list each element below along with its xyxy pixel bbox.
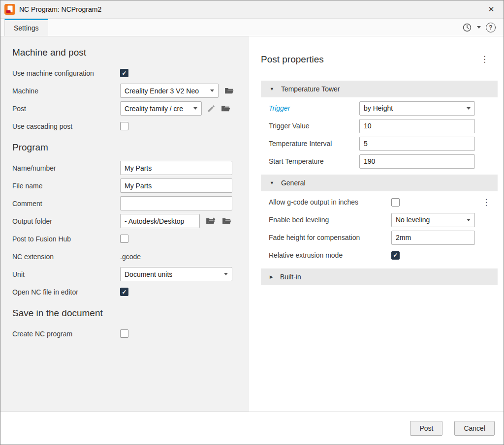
trigger-row: Trigger by Height [261,101,498,116]
trigger-label: Trigger [269,104,359,112]
temperature-interval-input[interactable] [359,137,475,151]
open-nc-file-label: Open NC file in editor [12,288,120,296]
post-process-app-icon [4,4,15,15]
chevron-down-icon [224,273,228,275]
chevron-down-icon [210,89,214,92]
chevron-down-icon[interactable] [477,26,481,29]
check-icon: ✓ [393,252,398,258]
history-clock-icon[interactable] [462,23,472,32]
relative-extrusion-label: Relative extrusion mode [269,251,391,259]
machine-row: Machine Creality Ender 3 V2 Neo [12,84,244,98]
use-cascading-post-label: Use cascading post [12,122,120,130]
left-pane: Machine and post Use machine configurati… [0,36,249,412]
machine-select-value: Creality Ender 3 V2 Neo [125,87,199,95]
name-number-label: Name/number [12,164,120,172]
title-bar: NC Program: NCProgram2 ✕ [0,0,504,19]
help-icon[interactable]: ? [486,23,496,32]
bed-leveling-row: Enable bed leveling No leveling [261,213,498,227]
relative-extrusion-checkbox[interactable]: ✓ [391,251,400,260]
post-row: Post Creality family / cre [12,101,244,116]
post-properties-heading: Post properties [261,54,324,65]
temperature-tower-rows: Trigger by Height Trigger Value Temperat… [261,101,498,169]
comment-input[interactable] [120,196,232,210]
machine-folder-open-icon[interactable] [224,87,234,94]
chevron-down-icon [467,219,471,221]
nc-program-dialog: NC Program: NCProgram2 ✕ Settings ? Mach… [0,0,504,445]
post-label: Post [12,105,120,113]
start-temperature-label: Start Temperature [269,157,359,165]
trigger-value-label: Trigger Value [269,122,359,130]
program-heading: Program [12,142,244,153]
post-to-fusion-hub-label: Post to Fusion Hub [12,235,120,243]
output-folder-label: Output folder [12,217,120,225]
machine-label: Machine [12,87,120,95]
trigger-select[interactable]: by Height [359,101,475,116]
cancel-button[interactable]: Cancel [454,421,495,436]
nc-extension-label: NC extension [12,253,120,261]
use-machine-configuration-checkbox[interactable]: ✓ [120,69,128,77]
bed-leveling-select[interactable]: No leveling [391,213,475,227]
inches-row: Allow g-code output in inches ✓ ⋮ [261,195,498,209]
fade-height-row: Fade height for compensation [261,231,498,245]
save-in-document-heading: Save in the document [12,308,244,319]
browse-folder-icon[interactable] [222,217,231,225]
close-icon[interactable]: ✕ [484,2,499,17]
check-icon: ✓ [122,70,126,76]
start-temperature-row: Start Temperature [261,154,498,169]
create-nc-program-row: Create NC program ✓ [12,326,244,341]
tab-bar: Settings ? [0,19,504,36]
post-to-fusion-hub-checkbox[interactable]: ✓ [120,235,128,243]
post-button[interactable]: Post [410,421,442,436]
tab-actions: ? [462,19,504,36]
comment-row: Comment [12,196,244,210]
post-select[interactable]: Creality family / cre [120,101,202,116]
inches-kebab-menu-icon[interactable]: ⋮ [480,198,493,207]
post-select-value: Creality family / cre [125,105,183,113]
tab-settings[interactable]: Settings [4,19,48,36]
trigger-value-row: Trigger Value [261,119,498,133]
fade-height-input[interactable] [391,231,475,245]
nc-extension-row: NC extension .gcode [12,249,244,264]
triangle-expanded-icon: ▼ [270,180,274,185]
trigger-value-input[interactable] [359,119,475,133]
section-built-in[interactable]: ▶ Built-in [261,268,498,285]
create-nc-program-checkbox[interactable]: ✓ [120,329,128,338]
general-title: General [281,179,306,187]
section-general[interactable]: ▼ General [261,175,498,191]
inches-checkbox[interactable]: ✓ [391,198,400,207]
unit-select[interactable]: Document units [120,267,232,281]
output-folder-row: Output folder [12,214,244,228]
use-cascading-post-row: Use cascading post ✓ [12,119,244,133]
file-name-label: File name [12,182,120,190]
chevron-down-icon [193,107,197,110]
unit-select-value: Document units [125,270,172,278]
output-folder-input[interactable] [120,214,200,228]
post-properties-kebab-menu-icon[interactable]: ⋮ [478,55,491,63]
inches-label: Allow g-code output in inches [269,198,391,206]
machine-and-post-heading: Machine and post [12,47,244,58]
unit-row: Unit Document units [12,267,244,281]
chevron-down-icon [467,107,471,110]
edit-post-pencil-icon[interactable] [208,105,215,112]
trigger-select-value: by Height [364,104,393,112]
unit-label: Unit [12,270,120,278]
open-nc-file-row: Open NC file in editor ✓ [12,285,244,299]
name-number-row: Name/number [12,161,244,175]
post-folder-open-icon[interactable] [221,105,230,112]
dialog-footer: Post Cancel [0,412,504,445]
name-number-input[interactable] [120,161,232,175]
machine-select[interactable]: Creality Ender 3 V2 Neo [120,84,219,98]
post-properties-header: Post properties ⋮ [261,46,498,73]
comment-label: Comment [12,200,120,208]
start-temperature-input[interactable] [359,154,475,169]
open-nc-file-checkbox[interactable]: ✓ [120,288,128,296]
built-in-title: Built-in [280,273,301,281]
general-rows: Allow g-code output in inches ✓ ⋮ Enable… [261,195,498,263]
temperature-interval-row: Temperature Interval [261,137,498,151]
file-name-input[interactable] [120,178,232,193]
section-temperature-tower[interactable]: ▼ Temperature Tower [261,81,498,97]
use-cascading-post-checkbox[interactable]: ✓ [120,122,128,130]
nc-extension-value: .gcode [120,253,141,261]
bed-leveling-label: Enable bed leveling [269,216,391,224]
open-output-folder-icon[interactable] [206,217,216,225]
